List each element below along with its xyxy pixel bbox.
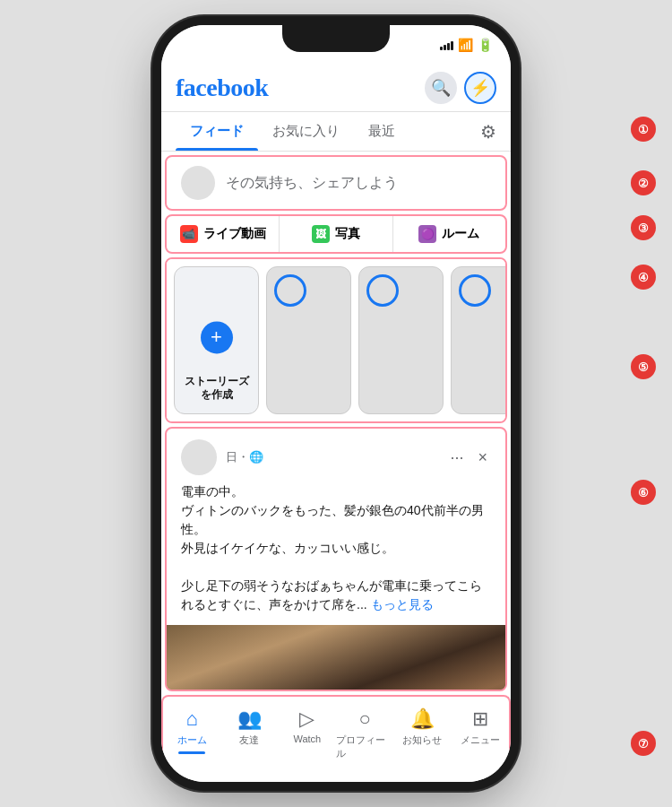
nav-menu[interactable]: ⊞ メニュー bbox=[452, 704, 509, 764]
post-header: 日・🌐 ··· × bbox=[167, 429, 505, 482]
phone-content: facebook 🔍 ⚡ フィード お気に入り bbox=[161, 65, 511, 782]
story-card-1[interactable] bbox=[266, 266, 351, 414]
notch bbox=[282, 25, 390, 52]
annotation-6: ⑥ bbox=[631, 480, 656, 505]
tabs-bar: フィード お気に入り 最近 ⚙ bbox=[161, 112, 511, 152]
phone-frame: 📶 🔋 facebook 🔍 ⚡ フィード bbox=[161, 25, 511, 782]
tab-feed[interactable]: フィード bbox=[176, 112, 258, 151]
annotation-1: ① bbox=[631, 117, 656, 142]
battery-icon: 🔋 bbox=[478, 38, 493, 52]
photo-button[interactable]: 🖼 写真 bbox=[280, 216, 392, 252]
annotation-4: ④ bbox=[631, 265, 656, 290]
outer-wrapper: ① ② ③ ④ ⑤ ⑥ ⑦ 📶 🔋 facebook bbox=[0, 0, 672, 807]
post-image: LV bbox=[167, 625, 505, 691]
post-text: 電車の中。ヴィトンのバックをもった、髪が銀色の40代前半の男性。外見はイケイケな… bbox=[167, 482, 505, 625]
post-card: 日・🌐 ··· × 電車の中。ヴィトンのバックをもった、髪が銀色の40代前半の男… bbox=[165, 427, 507, 691]
media-buttons: 📹 ライブ動画 🖼 写真 🟣 ルーム bbox=[165, 214, 507, 254]
menu-icon: ⊞ bbox=[472, 707, 488, 731]
post-text-main: 電車の中。ヴィトンのバックをもった、髪が銀色の40代前半の男性。外見はイケイケな… bbox=[181, 484, 484, 612]
tab-recent[interactable]: 最近 bbox=[354, 112, 409, 151]
story-card-3[interactable] bbox=[451, 266, 507, 414]
app-header: facebook 🔍 ⚡ bbox=[161, 65, 511, 112]
home-icon: ⌂ bbox=[186, 707, 198, 731]
story-avatar-1 bbox=[274, 274, 306, 307]
facebook-logo: facebook bbox=[176, 74, 268, 102]
more-link[interactable]: もっと見る bbox=[371, 597, 434, 612]
search-button[interactable]: 🔍 bbox=[425, 72, 457, 104]
filter-icon[interactable]: ⚙ bbox=[480, 121, 496, 143]
tab-favorites[interactable]: お気に入り bbox=[258, 112, 354, 151]
wifi-icon: 📶 bbox=[458, 38, 473, 52]
annotation-7: ⑦ bbox=[631, 731, 656, 756]
live-icon: 📹 bbox=[180, 225, 198, 243]
search-icon: 🔍 bbox=[431, 78, 451, 98]
live-video-button[interactable]: 📹 ライブ動画 bbox=[167, 216, 280, 252]
post-meta: 日・🌐 bbox=[226, 449, 446, 465]
nav-home-underline bbox=[178, 751, 205, 754]
story-card-2[interactable] bbox=[358, 266, 444, 414]
room-button[interactable]: 🟣 ルーム bbox=[393, 216, 505, 252]
post-user-avatar bbox=[181, 439, 217, 475]
bottom-nav: ⌂ ホーム 👥 友達 ▷ Watch ○ プロフィール 🔔 bbox=[161, 695, 511, 782]
profile-icon: ○ bbox=[359, 707, 371, 731]
nav-home-label: ホーム bbox=[177, 733, 207, 747]
room-label: ルーム bbox=[442, 226, 479, 242]
story-avatar-2 bbox=[366, 274, 399, 307]
user-avatar bbox=[181, 166, 215, 200]
messenger-button[interactable]: ⚡ bbox=[464, 72, 496, 104]
annotation-3: ③ bbox=[631, 215, 656, 240]
nav-watch-label: Watch bbox=[293, 733, 321, 744]
post-composer[interactable]: その気持ち、シェアしよう bbox=[165, 155, 507, 211]
nav-profile-label: プロフィール bbox=[336, 733, 393, 760]
header-icons: 🔍 ⚡ bbox=[425, 72, 496, 104]
post-time: 日・🌐 bbox=[226, 449, 446, 465]
status-icons: 📶 🔋 bbox=[440, 38, 493, 52]
photo-icon: 🖼 bbox=[312, 225, 330, 243]
status-bar: 📶 🔋 bbox=[161, 25, 511, 65]
notifications-icon: 🔔 bbox=[410, 707, 435, 731]
post-close-button[interactable]: × bbox=[474, 445, 491, 471]
watch-icon: ▷ bbox=[299, 707, 314, 731]
nav-notifications[interactable]: 🔔 お知らせ bbox=[393, 704, 451, 764]
friends-icon: 👥 bbox=[237, 707, 262, 731]
photo-label: 写真 bbox=[335, 226, 360, 242]
story-add-icon: + bbox=[201, 321, 233, 353]
post-dots-button[interactable]: ··· bbox=[446, 445, 467, 471]
nav-home[interactable]: ⌂ ホーム bbox=[163, 704, 220, 764]
annotation-2: ② bbox=[631, 170, 656, 195]
story-avatar-3 bbox=[459, 274, 491, 307]
nav-watch[interactable]: ▷ Watch bbox=[279, 704, 336, 764]
nav-friends-label: 友達 bbox=[239, 733, 259, 747]
annotation-5: ⑤ bbox=[631, 354, 656, 379]
signal-icon bbox=[440, 39, 453, 50]
nav-menu-label: メニュー bbox=[461, 733, 500, 747]
composer-placeholder: その気持ち、シェアしよう bbox=[226, 174, 398, 193]
room-icon: 🟣 bbox=[418, 225, 436, 243]
nav-profile[interactable]: ○ プロフィール bbox=[336, 704, 393, 764]
create-story-label: ストーリーズを作成 bbox=[185, 375, 249, 403]
nav-notifications-label: お知らせ bbox=[402, 733, 442, 747]
post-actions: ··· × bbox=[446, 445, 491, 471]
stories-section: + ストーリーズを作成 bbox=[165, 257, 507, 423]
live-label: ライブ動画 bbox=[203, 226, 266, 242]
messenger-icon: ⚡ bbox=[470, 78, 490, 98]
create-story-card[interactable]: + ストーリーズを作成 bbox=[174, 266, 259, 414]
nav-friends[interactable]: 👥 友達 bbox=[220, 704, 278, 764]
